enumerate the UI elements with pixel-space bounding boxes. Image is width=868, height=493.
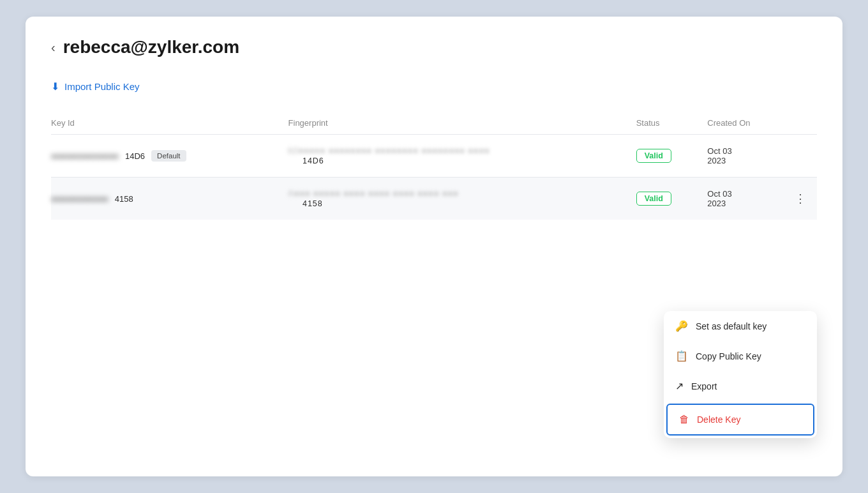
status-badge: Valid xyxy=(636,149,671,163)
menu-item-label: Set as default key xyxy=(696,321,767,331)
fingerprint-end: 4158 xyxy=(288,199,629,208)
more-menu-button[interactable]: ⋮ xyxy=(791,190,809,208)
action-cell: ⋮ xyxy=(791,178,817,220)
fingerprint-blurred: b2●●●●● ●●●●●●●● ●●●●●●●● ●●●●●●●● ●●●● xyxy=(288,146,629,155)
menu-item-label: Export xyxy=(691,381,717,391)
keys-table: Key Id Fingerprint Status Created On ●●●… xyxy=(51,113,817,220)
col-header-actions xyxy=(791,113,817,135)
menu-item-label: Copy Public Key xyxy=(696,351,761,361)
col-header-key-id: Key Id xyxy=(51,113,288,135)
key-id-cell: ●●●●●●●●●●●●● 14D6 Default xyxy=(51,135,288,178)
menu-item[interactable]: ↗ Export xyxy=(664,371,817,401)
default-badge: Default xyxy=(151,150,186,162)
trash-icon: 🗑 xyxy=(679,414,689,425)
table-row: ●●●●●●●●●●● 4158 A●●● ●●●●● ●●●● ●●●● ●●… xyxy=(51,178,817,220)
created-on-date: Oct 03 2023 xyxy=(707,146,731,165)
fingerprint-end: 14D6 xyxy=(288,156,629,165)
created-on-cell: Oct 03 2023 xyxy=(707,135,791,178)
page-title: rebecca@zylker.com xyxy=(63,37,239,57)
menu-item[interactable]: 📋 Copy Public Key xyxy=(664,341,817,371)
key-id-end: 14D6 xyxy=(125,151,145,161)
action-cell xyxy=(791,135,817,178)
fingerprint-blurred: A●●● ●●●●● ●●●● ●●●● ●●●● ●●●● ●●● xyxy=(288,189,629,198)
status-cell: Valid xyxy=(636,178,708,220)
menu-item[interactable]: 🔑 Set as default key xyxy=(664,311,817,341)
fingerprint-cell: A●●● ●●●●● ●●●● ●●●● ●●●● ●●●● ●●● 4158 xyxy=(288,178,636,220)
menu-item-icon: ↗ xyxy=(675,380,684,392)
back-button[interactable]: ‹ xyxy=(51,40,56,55)
menu-item-icon: 🔑 xyxy=(675,320,688,332)
created-on-cell: Oct 03 2023 xyxy=(707,178,791,220)
key-id-blurred: ●●●●●●●●●●●●● xyxy=(51,151,119,161)
header: ‹ rebecca@zylker.com xyxy=(51,37,817,57)
fingerprint-cell: b2●●●●● ●●●●●●●● ●●●●●●●● ●●●●●●●● ●●●● … xyxy=(288,135,636,178)
menu-item-label: Delete Key xyxy=(697,414,740,425)
key-id-end: 4158 xyxy=(115,194,133,204)
key-id-cell: ●●●●●●●●●●● 4158 xyxy=(51,178,288,220)
table-row: ●●●●●●●●●●●●● 14D6 Default b2●●●●● ●●●●●… xyxy=(51,135,817,178)
menu-item-icon: 📋 xyxy=(675,350,688,362)
context-menu: 🔑 Set as default key 📋 Copy Public Key ↗… xyxy=(664,311,817,438)
delete-key-menu-item[interactable]: 🗑 Delete Key xyxy=(666,404,814,436)
status-badge: Valid xyxy=(636,192,671,206)
key-id-blurred: ●●●●●●●●●●● xyxy=(51,194,108,204)
import-key-label: Import Public Key xyxy=(64,81,140,92)
col-header-status: Status xyxy=(636,113,708,135)
import-icon: ⬇ xyxy=(51,80,59,93)
created-on-date: Oct 03 2023 xyxy=(707,189,731,208)
import-public-key-button[interactable]: ⬇ Import Public Key xyxy=(51,80,140,93)
col-header-created-on: Created On xyxy=(707,113,791,135)
status-cell: Valid xyxy=(636,135,708,178)
main-card: ‹ rebecca@zylker.com ⬇ Import Public Key… xyxy=(26,17,842,476)
col-header-fingerprint: Fingerprint xyxy=(288,113,636,135)
